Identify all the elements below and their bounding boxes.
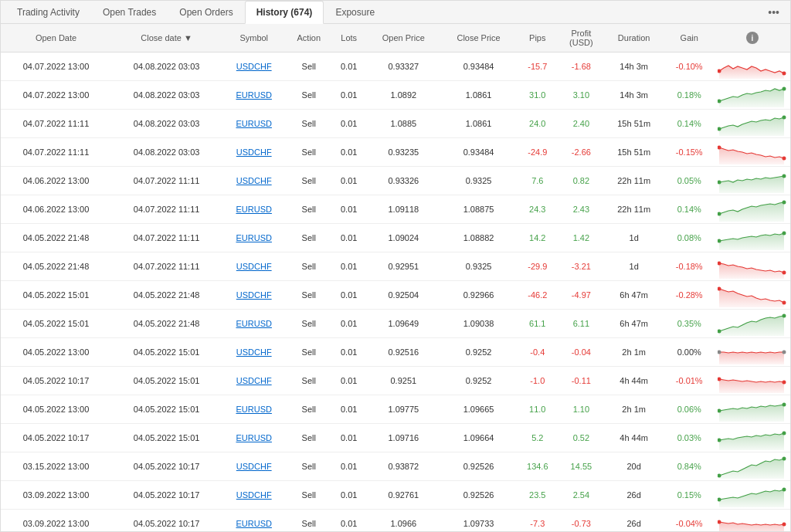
symbol-link[interactable]: USDCHF	[236, 176, 272, 185]
symbol-cell[interactable]: EURUSD	[222, 310, 286, 338]
action-cell: Sell	[286, 81, 331, 110]
symbol-link[interactable]: EURUSD	[236, 405, 271, 414]
symbol-cell[interactable]: USDCHF	[222, 138, 286, 167]
profit-cell: -0.04	[558, 338, 604, 367]
pips-cell: 5.2	[517, 424, 558, 452]
tab-history[interactable]: History (674)	[245, 1, 324, 24]
col-close-date[interactable]: Close date ▼	[111, 24, 222, 53]
svg-point-29	[783, 457, 786, 461]
open-price-cell: 0.93327	[366, 53, 440, 81]
gain-cell: 0.15%	[664, 481, 715, 510]
pips-cell: -7.3	[517, 510, 558, 532]
close-price-cell: 1.08875	[440, 195, 516, 224]
svg-point-7	[783, 157, 786, 161]
close-date-cell: 04.05.2022 15:01	[111, 338, 222, 367]
symbol-link[interactable]: USDCHF	[236, 147, 272, 157]
symbol-cell[interactable]: USDCHF	[222, 252, 286, 281]
close-price-cell: 0.9252	[440, 367, 516, 395]
open-date-cell: 04.05.2022 13:00	[1, 395, 111, 424]
symbol-cell[interactable]: USDCHF	[222, 281, 286, 310]
symbol-cell[interactable]: USDCHF	[222, 338, 286, 367]
svg-point-1	[783, 72, 786, 76]
more-options-button[interactable]: •••	[762, 2, 786, 22]
symbol-link[interactable]: EURUSD	[236, 319, 271, 328]
lots-cell: 0.01	[331, 481, 366, 510]
symbol-cell[interactable]: EURUSD	[222, 424, 286, 452]
symbol-link[interactable]: EURUSD	[236, 519, 271, 528]
gain-cell: -0.01%	[664, 367, 715, 395]
close-date-cell: 04.05.2022 15:01	[111, 395, 222, 424]
symbol-cell[interactable]: EURUSD	[222, 195, 286, 224]
symbol-cell[interactable]: USDCHF	[222, 367, 286, 395]
table-header-row: Open Date Close date ▼ Symbol Action Lot…	[1, 24, 790, 53]
symbol-link[interactable]: EURUSD	[236, 233, 271, 242]
open-date-cell: 04.06.2022 13:00	[1, 167, 111, 195]
close-price-cell: 1.08882	[440, 224, 516, 252]
close-date-cell: 04.05.2022 21:48	[111, 281, 222, 310]
tab-open-orders[interactable]: Open Orders	[168, 1, 244, 24]
duration-cell: 15h 51m	[604, 110, 664, 138]
table-row: 04.05.2022 15:01 04.05.2022 21:48 EURUSD…	[1, 310, 790, 338]
open-price-cell: 0.92516	[366, 338, 440, 367]
history-table-container[interactable]: Open Date Close date ▼ Symbol Action Lot…	[1, 24, 790, 531]
gain-cell: 0.14%	[664, 110, 715, 138]
tab-open-trades[interactable]: Open Trades	[91, 1, 168, 24]
symbol-cell[interactable]: USDCHF	[222, 53, 286, 81]
sparkline-cell	[715, 367, 790, 395]
duration-cell: 6h 47m	[604, 281, 664, 310]
symbol-cell[interactable]: USDCHF	[222, 452, 286, 481]
symbol-cell[interactable]: EURUSD	[222, 395, 286, 424]
table-row: 03.09.2022 13:00 04.05.2022 10:17 EURUSD…	[1, 510, 790, 532]
sparkline-cell	[715, 224, 790, 252]
table-row: 04.07.2022 13:00 04.08.2022 03:03 USDCHF…	[1, 53, 790, 81]
symbol-link[interactable]: EURUSD	[236, 119, 271, 128]
col-action: Action	[286, 24, 331, 53]
duration-cell: 1d	[604, 252, 664, 281]
tab-trading-activity[interactable]: Trading Activity	[5, 1, 91, 24]
sparkline-chart	[718, 483, 787, 507]
symbol-link[interactable]: USDCHF	[236, 62, 272, 71]
symbol-cell[interactable]: EURUSD	[222, 224, 286, 252]
open-date-cell: 04.05.2022 21:48	[1, 252, 111, 281]
lots-cell: 0.01	[331, 252, 366, 281]
symbol-link[interactable]: USDCHF	[236, 262, 272, 271]
tab-exposure[interactable]: Exposure	[324, 1, 386, 24]
action-cell: Sell	[286, 452, 331, 481]
history-table: Open Date Close date ▼ Symbol Action Lot…	[1, 24, 790, 531]
symbol-link[interactable]: USDCHF	[236, 347, 272, 357]
symbol-cell[interactable]: USDCHF	[222, 167, 286, 195]
pips-cell: -1.0	[517, 367, 558, 395]
pips-cell: -15.7	[517, 53, 558, 81]
open-date-cell: 04.07.2022 13:00	[1, 53, 111, 81]
symbol-cell[interactable]: EURUSD	[222, 510, 286, 532]
pips-cell: 134.6	[517, 452, 558, 481]
gain-cell: 0.03%	[664, 424, 715, 452]
sparkline-chart	[718, 111, 787, 136]
symbol-cell[interactable]: USDCHF	[222, 481, 286, 510]
sparkline-cell	[715, 424, 790, 452]
symbol-link[interactable]: EURUSD	[236, 90, 271, 100]
open-price-cell: 0.93235	[366, 138, 440, 167]
symbol-link[interactable]: EURUSD	[236, 205, 271, 214]
gain-cell: 0.14%	[664, 195, 715, 224]
sparkline-chart	[718, 283, 787, 307]
table-row: 03.15.2022 13:00 04.05.2022 10:17 USDCHF…	[1, 452, 790, 481]
symbol-cell[interactable]: EURUSD	[222, 110, 286, 138]
lots-cell: 0.01	[331, 395, 366, 424]
symbol-cell[interactable]: EURUSD	[222, 81, 286, 110]
svg-point-9	[783, 175, 786, 178]
sparkline-cell	[715, 167, 790, 195]
symbol-link[interactable]: USDCHF	[236, 462, 272, 471]
symbol-link[interactable]: EURUSD	[236, 433, 271, 442]
table-row: 03.09.2022 13:00 04.05.2022 10:17 USDCHF…	[1, 481, 790, 510]
action-cell: Sell	[286, 167, 331, 195]
pips-cell: 24.3	[517, 195, 558, 224]
close-date-cell: 04.08.2022 03:03	[111, 53, 222, 81]
symbol-link[interactable]: USDCHF	[236, 490, 272, 500]
info-icon[interactable]: i	[746, 32, 759, 44]
gain-cell: 0.18%	[664, 81, 715, 110]
pips-cell: 24.0	[517, 110, 558, 138]
symbol-link[interactable]: USDCHF	[236, 290, 272, 300]
profit-cell: 1.42	[558, 224, 604, 252]
symbol-link[interactable]: USDCHF	[236, 376, 272, 385]
